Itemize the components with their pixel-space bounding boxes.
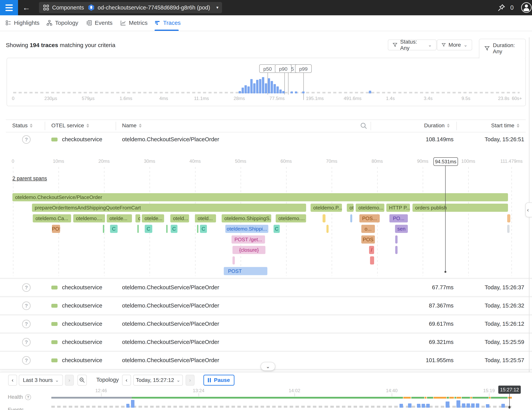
footer-cursor-handle[interactable] [508,406,511,409]
event-bar[interactable] [422,404,425,408]
event-bar[interactable] [399,404,403,408]
pod-dropdown-button[interactable]: ▾ [213,2,222,13]
trace-span[interactable]: otelde... [142,214,164,222]
timestamp-dropdown[interactable]: Today, 15:27:12 ⌄ [133,375,183,386]
hamburger-icon [5,4,13,6]
column-header-name[interactable]: Name [122,123,142,129]
trace-span[interactable]: PO... [390,214,408,222]
event-bar[interactable] [417,404,420,408]
trace-span[interactable]: oteldemo.... [276,214,306,222]
trace-span[interactable] [166,225,168,233]
back-button[interactable]: ← [22,3,31,12]
event-bar[interactable] [471,403,475,408]
ruler-tick-label: 111.479ms [494,159,529,164]
trace-span[interactable]: POS [52,225,60,233]
trace-span[interactable]: oteldemo.... [73,214,105,222]
trace-span[interactable]: oteldemo.Ca... [33,214,71,222]
tab-traces[interactable]: Traces [155,15,181,30]
column-header-status[interactable]: Status [12,123,33,129]
trace-span[interactable] [232,256,235,265]
trace-span[interactable]: prepareOrderItemsAndShippingQuoteFromCar… [32,204,306,212]
trace-span[interactable]: c [135,214,140,222]
time-forward-button[interactable]: › [186,375,195,386]
table-search-button[interactable] [360,122,367,130]
pod-selector[interactable]: od-checkoutservice-77458d689d-g8r6h (pod… [84,2,219,13]
trace-span[interactable]: C [171,225,178,233]
help-icon[interactable]: ? [25,394,31,400]
side-panel-toggle[interactable]: ‹ [525,202,532,217]
parent-spans-link[interactable]: 2 parent spans [12,176,47,181]
pin-button[interactable] [497,3,506,13]
column-header-otel-service[interactable]: OTEL service [51,123,89,129]
trace-span[interactable]: POS [361,235,375,244]
expand-more-button[interactable]: ⌄ [261,362,275,371]
trace-span[interactable] [103,225,104,233]
trace-span[interactable] [326,225,329,233]
trace-span[interactable]: sen [395,225,408,233]
scrollbar-track[interactable] [529,37,530,404]
trace-span[interactable] [507,214,510,222]
trace-span[interactable]: POST [224,267,267,275]
duration-filter-button[interactable]: Duration: Any [484,42,525,55]
tab-metrics[interactable]: Metrics [120,15,148,30]
event-bar[interactable] [466,403,470,408]
status-filter-button[interactable]: Status: Any ⌄ [388,39,437,50]
avatar[interactable] [521,2,532,13]
trace-span[interactable]: HTTP P... [386,204,410,212]
event-bar[interactable] [456,400,460,408]
trace-span[interactable] [350,214,352,222]
event-bar[interactable] [426,404,430,408]
status-unknown-icon: ? [22,283,31,292]
footer-cursor-line[interactable] [509,394,510,406]
event-bar[interactable] [446,401,449,408]
trace-span[interactable]: oteld... [170,214,189,222]
time-range-dropdown[interactable]: Last 3 hours ⌄ [19,375,63,386]
components-button[interactable]: Components [39,2,90,13]
hamburger-menu-button[interactable] [0,0,18,15]
trace-span[interactable]: C [200,225,207,233]
trace-span[interactable]: oteld... [195,214,216,222]
tab-topology[interactable]: Topology [47,15,78,30]
zoom-out-button[interactable] [77,375,87,386]
range-forward-button[interactable]: › [65,375,74,386]
pause-button[interactable]: Pause [203,375,234,386]
event-bar[interactable] [131,400,134,408]
trace-span[interactable]: / [369,246,374,254]
tab-events[interactable]: Events [86,15,113,30]
trace-span[interactable]: oteldemo.Shippi... [225,225,268,233]
trace-span[interactable] [507,225,510,233]
range-back-button[interactable]: ‹ [8,375,17,386]
trace-span[interactable]: oteldemo.P... [311,204,342,212]
event-bar[interactable] [462,403,465,408]
trace-span[interactable]: oteldemo... [356,204,384,212]
trace-span[interactable]: ote [347,204,353,212]
event-bar[interactable] [408,403,411,408]
trace-span[interactable]: {closure} [232,246,266,254]
trace-span[interactable] [395,235,398,244]
trace-span[interactable]: otelde... [107,214,132,222]
column-header-duration[interactable]: Duration [424,123,450,129]
trace-span[interactable]: oteldemo.CheckoutService/PlaceOrder [12,193,508,201]
trace-span[interactable]: C [274,225,280,233]
trace-span[interactable] [197,225,198,233]
more-filter-button[interactable]: More ⌄ [437,39,472,50]
trace-span[interactable]: o... [361,225,375,233]
tab-highlights[interactable]: Highlights [5,15,39,30]
trace-span[interactable]: POS... [359,214,380,222]
column-header-start-time[interactable]: Start time [491,123,519,129]
event-bar[interactable] [476,403,479,408]
trace-span[interactable] [370,256,374,265]
trace-span[interactable]: C [110,225,118,233]
event-bar[interactable] [501,404,505,408]
time-back-button[interactable]: ‹ [122,375,131,386]
trace-span[interactable]: oteldemo.ShippingS... [222,214,271,222]
event-bar[interactable] [486,404,489,408]
trace-span[interactable]: C [145,225,152,233]
app-root: ← Components od-checkoutservice-77458d68… [0,0,532,410]
trace-span[interactable] [323,214,325,222]
trace-span[interactable] [137,225,139,233]
trace-span[interactable]: POST /get... [231,235,265,244]
event-bar[interactable] [126,404,129,408]
trace-span[interactable] [395,246,398,254]
trace-span[interactable]: orders publish [412,204,508,212]
